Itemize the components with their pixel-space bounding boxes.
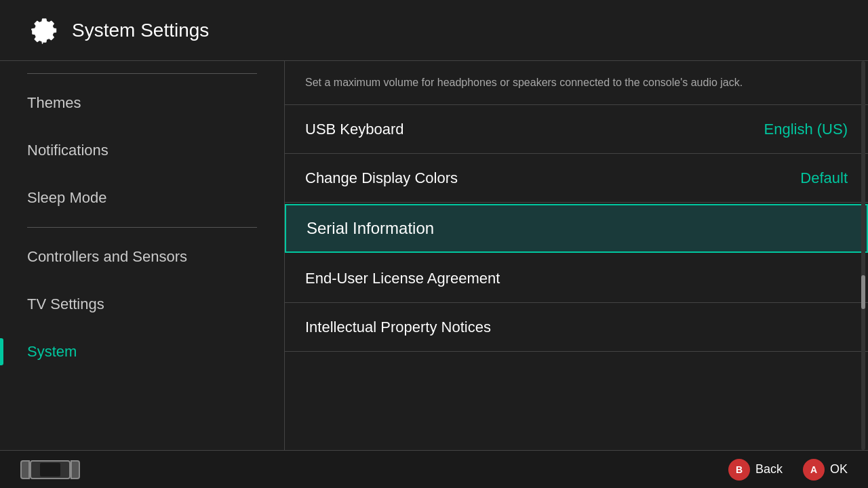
sidebar-divider-top bbox=[27, 73, 257, 74]
switch-screen bbox=[40, 463, 60, 476]
row-usb-keyboard[interactable]: USB Keyboard English (US) bbox=[285, 105, 868, 154]
row-ip-notices[interactable]: Intellectual Property Notices bbox=[285, 303, 868, 352]
content-panel: Set a maximum volume for headphones or s… bbox=[285, 61, 868, 450]
ok-button[interactable]: A OK bbox=[803, 459, 848, 481]
change-display-colors-value: Default bbox=[800, 169, 848, 187]
eula-label: End-User License Agreement bbox=[305, 270, 500, 287]
ok-label: OK bbox=[830, 462, 848, 476]
header: System Settings bbox=[0, 0, 868, 61]
gear-icon bbox=[27, 14, 60, 47]
change-display-colors-label: Change Display Colors bbox=[305, 169, 458, 187]
switch-icon bbox=[20, 460, 80, 479]
sidebar-item-controllers-sensors[interactable]: Controllers and Sensors bbox=[0, 233, 284, 281]
scrollbar-thumb bbox=[861, 275, 865, 309]
content-description: Set a maximum volume for headphones or s… bbox=[285, 61, 868, 105]
serial-information-label: Serial Information bbox=[307, 219, 434, 238]
row-eula[interactable]: End-User License Agreement bbox=[285, 254, 868, 303]
sidebar: Themes Notifications Sleep Mode Controll… bbox=[0, 61, 285, 450]
footer-left bbox=[20, 460, 80, 479]
ip-notices-label: Intellectual Property Notices bbox=[305, 319, 491, 336]
row-change-display-colors[interactable]: Change Display Colors Default bbox=[285, 154, 868, 203]
sidebar-divider-mid bbox=[27, 227, 257, 228]
sidebar-item-notifications[interactable]: Notifications bbox=[0, 127, 284, 174]
back-label: Back bbox=[755, 462, 783, 476]
sidebar-item-themes[interactable]: Themes bbox=[0, 79, 284, 127]
usb-keyboard-value: English (US) bbox=[764, 121, 848, 138]
main-layout: Themes Notifications Sleep Mode Controll… bbox=[0, 61, 868, 450]
sidebar-item-system[interactable]: System bbox=[0, 328, 284, 375]
back-button[interactable]: B Back bbox=[728, 459, 783, 481]
page-title: System Settings bbox=[72, 20, 209, 41]
joycon-left bbox=[20, 460, 30, 479]
b-button-icon: B bbox=[728, 459, 750, 481]
scrollbar[interactable] bbox=[861, 61, 865, 450]
a-button-icon: A bbox=[803, 459, 825, 481]
joycon-right bbox=[71, 460, 80, 479]
sidebar-item-sleep-mode[interactable]: Sleep Mode bbox=[0, 174, 284, 222]
row-serial-information[interactable]: Serial Information bbox=[285, 204, 868, 253]
sidebar-item-tv-settings[interactable]: TV Settings bbox=[0, 281, 284, 328]
usb-keyboard-label: USB Keyboard bbox=[305, 121, 404, 138]
switch-body bbox=[30, 460, 71, 479]
footer-right: B Back A OK bbox=[728, 459, 848, 481]
footer: B Back A OK bbox=[0, 450, 868, 488]
